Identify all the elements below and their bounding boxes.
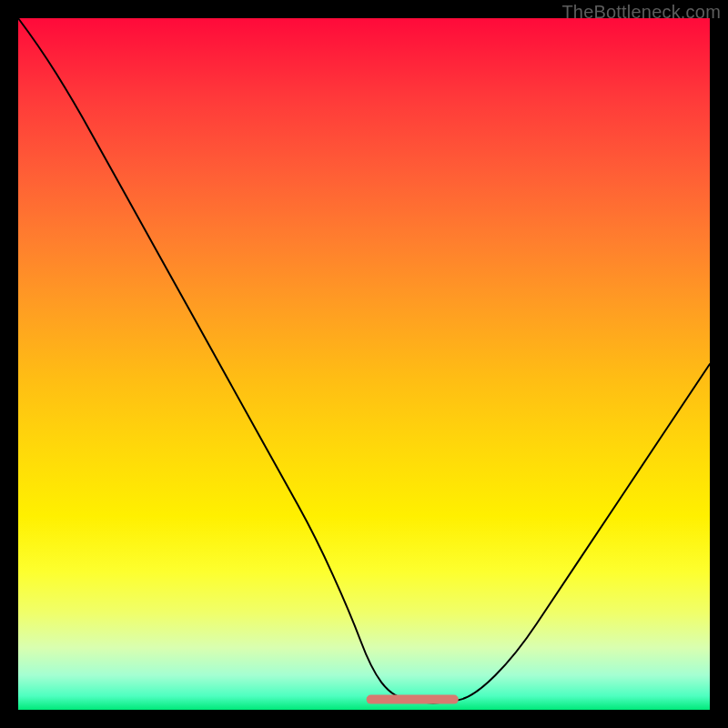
chart-frame: TheBottleneck.com	[0, 0, 728, 728]
curve-svg	[18, 18, 710, 710]
watermark-text: TheBottleneck.com	[561, 2, 721, 23]
bottleneck-curve	[18, 18, 710, 703]
plot-area	[18, 18, 710, 710]
